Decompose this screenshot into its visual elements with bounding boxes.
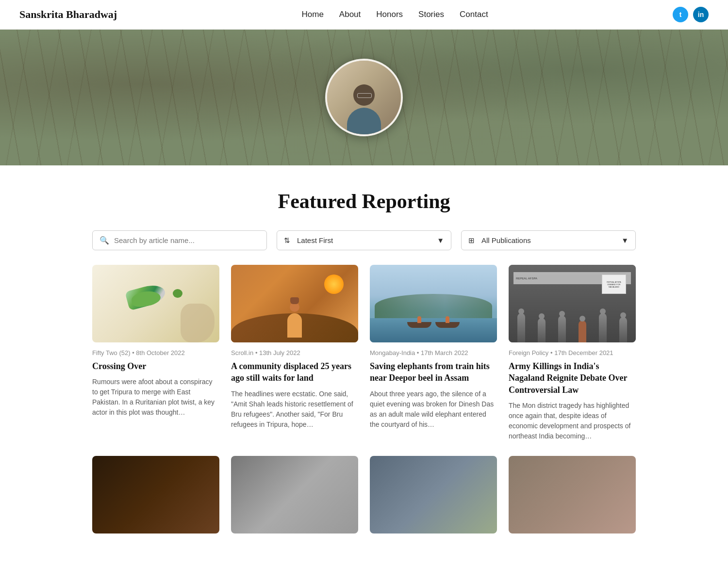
article-image-2 (231, 265, 358, 342)
article-separator-3: • (417, 349, 421, 356)
brand-name[interactable]: Sanskrita Bharadwaj (19, 8, 117, 21)
article-card-4[interactable]: REPEAL AFSPA REPEAL AFSPA DEMAND FOR NAG… (509, 265, 636, 441)
article-image-3 (370, 265, 497, 342)
avatar-image (327, 61, 401, 134)
map-background (181, 304, 215, 342)
article-date-2: 13th July 2022 (259, 349, 300, 356)
article-meta-2: Scroll.in • 13th July 2022 (231, 349, 358, 356)
articles-grid: Fifty Two (52) • 8th October 2022 Crossi… (92, 265, 636, 441)
bird-head (173, 289, 182, 298)
article-title-2: A community displaced 25 years ago still… (231, 360, 358, 384)
boat-person-2 (446, 316, 449, 323)
article-meta-3: Mongabay-India • 17th March 2022 (370, 349, 497, 356)
publication-icon: ⊞ (468, 236, 475, 245)
article-publication-4: Foreign Policy (509, 349, 548, 356)
avatar (325, 59, 403, 136)
article-publication-3: Mongabay-India (370, 349, 415, 356)
search-filter[interactable]: 🔍 (92, 230, 267, 250)
nav-home[interactable]: Home (301, 10, 323, 19)
nav-stories[interactable]: Stories (418, 10, 444, 19)
section-title: Featured Reporting (92, 190, 636, 213)
bottom-card-3[interactable] (370, 456, 497, 534)
elephant-trees (375, 294, 492, 318)
avatar-person (347, 84, 381, 134)
article-title-3: Saving elephants from train hits near De… (370, 360, 497, 384)
main-content: Featured Reporting 🔍 ⇅ Latest First ▼ ⊞ … (73, 165, 655, 553)
bottom-card-4[interactable] (509, 456, 636, 534)
article-meta-1: Fifty Two (52) • 8th October 2022 (92, 349, 219, 356)
article-excerpt-1: Rumours were afoot about a conspiracy to… (92, 377, 219, 418)
protest-banner-text: REPEAL AFSPA (516, 277, 537, 280)
navbar: Sanskrita Bharadwaj Home About Honors St… (0, 0, 728, 30)
bottom-image-3 (370, 456, 497, 534)
article-separator-2: • (255, 349, 259, 356)
protest-person-2 (538, 318, 546, 342)
article-publication-2: Scroll.in (231, 349, 253, 356)
nav-contact[interactable]: Contact (460, 10, 488, 19)
article-title-1: Crossing Over (92, 360, 219, 372)
protest-person-4 (579, 321, 586, 342)
chevron-down-icon: ▼ (437, 236, 444, 244)
figure-pot (290, 297, 299, 304)
twitter-link[interactable]: t (673, 7, 688, 22)
protest-person-3 (558, 316, 566, 342)
bottom-card-1[interactable] (92, 456, 219, 534)
linkedin-link[interactable]: in (693, 7, 709, 22)
sort-label: Latest First (297, 236, 333, 244)
publication-label: All Publications (481, 236, 531, 244)
community-figure (287, 302, 302, 338)
article-image-1 (92, 265, 219, 342)
avatar-head (353, 84, 375, 106)
protest-crowd: REPEAL AFSPA REPEAL AFSPA DEMAND FOR NAG… (509, 265, 636, 342)
article-card-2[interactable]: Scroll.in • 13th July 2022 A community d… (231, 265, 358, 441)
article-date-1: 8th October 2022 (136, 349, 184, 356)
article-excerpt-2: The headlines were ecstatic. One said, "… (231, 389, 358, 430)
protest-person-1 (517, 313, 525, 342)
hero-section (0, 30, 728, 165)
publication-filter[interactable]: ⊞ All Publications ▼ (461, 230, 636, 250)
bottom-image-1 (92, 456, 219, 534)
elephant-boats (407, 322, 460, 328)
sort-filter[interactable]: ⇅ Latest First ▼ (277, 230, 451, 250)
chevron-down-icon-pub: ▼ (621, 236, 629, 244)
nav-about[interactable]: About (339, 10, 361, 19)
article-excerpt-4: The Mon district tragedy has highlighted… (509, 401, 636, 441)
sort-icon: ⇅ (284, 236, 290, 245)
article-image-4: REPEAL AFSPA REPEAL AFSPA DEMAND FOR NAG… (509, 265, 636, 342)
article-excerpt-3: About three years ago, the silence of a … (370, 389, 497, 430)
community-sun (324, 275, 344, 294)
protest-sign-text: REPEAL AFSPA DEMAND FOR NAGALAND (604, 281, 624, 288)
bird-illustration (127, 282, 185, 325)
article-card-3[interactable]: Mongabay-India • 17th March 2022 Saving … (370, 265, 497, 441)
search-input[interactable] (114, 236, 260, 244)
article-date-3: 17th March 2022 (421, 349, 468, 356)
article-publication-1: Fifty Two (52) (92, 349, 131, 356)
social-links: t in (673, 7, 709, 22)
article-meta-4: Foreign Policy • 17th December 2021 (509, 349, 636, 356)
article-title-4: Army Killings in India's Nagaland Reigni… (509, 360, 636, 396)
avatar-body (347, 108, 381, 134)
article-separator-4: • (550, 349, 554, 356)
protest-person-5 (599, 313, 607, 342)
protest-person-6 (619, 317, 627, 342)
boat-1 (407, 322, 431, 328)
protest-sign: REPEAL AFSPA DEMAND FOR NAGALAND (602, 275, 626, 294)
figure-body (287, 313, 302, 338)
nav-honors[interactable]: Honors (376, 10, 403, 19)
bottom-image-4 (509, 456, 636, 534)
boat-person-1 (417, 316, 421, 323)
boat-2 (435, 322, 460, 328)
bottom-articles-grid (92, 456, 636, 534)
bottom-card-2[interactable] (231, 456, 358, 534)
filters-bar: 🔍 ⇅ Latest First ▼ ⊞ All Publications ▼ (92, 230, 636, 250)
nav-links: Home About Honors Stories Contact (301, 10, 488, 19)
search-icon: 🔍 (99, 236, 109, 245)
protest-people (509, 294, 636, 342)
article-date-4: 17th December 2021 (554, 349, 613, 356)
article-card-1[interactable]: Fifty Two (52) • 8th October 2022 Crossi… (92, 265, 219, 441)
bottom-image-2 (231, 456, 358, 534)
